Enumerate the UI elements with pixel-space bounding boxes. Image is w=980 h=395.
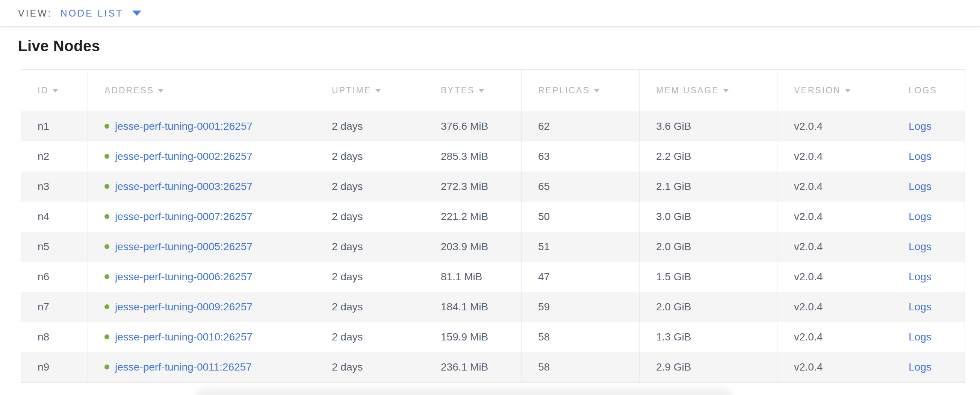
node-logs-cell: Logs <box>892 171 965 201</box>
sort-caret-icon <box>52 89 58 93</box>
column-header-label: LOGS <box>908 85 937 95</box>
logs-link[interactable]: Logs <box>908 271 932 283</box>
node-version-cell: v2.0.4 <box>778 292 892 322</box>
node-version-cell: v2.0.4 <box>778 141 892 171</box>
node-address-link[interactable]: jesse-perf-tuning-0007:26257 <box>115 211 253 223</box>
column-header-mem[interactable]: MEM USAGE <box>640 70 778 111</box>
node-row-n9: n9jesse-perf-tuning-0011:262572 days236.… <box>21 352 965 382</box>
node-replicas-cell: 58 <box>522 322 640 352</box>
node-address-cell: jesse-perf-tuning-0011:26257 <box>88 352 315 382</box>
node-version-cell: v2.0.4 <box>778 232 892 262</box>
node-address-link[interactable]: jesse-perf-tuning-0006:26257 <box>115 271 253 283</box>
sort-caret-icon <box>158 89 164 93</box>
node-id-cell: n8 <box>21 322 88 352</box>
node-bytes-cell: 184.1 MiB <box>424 292 522 322</box>
node-address-cell: jesse-perf-tuning-0001:26257 <box>88 111 315 141</box>
node-mem-usage-cell: 2.1 GiB <box>640 171 778 201</box>
node-mem-usage-cell: 3.6 GiB <box>640 111 778 141</box>
node-replicas-cell: 47 <box>522 262 640 292</box>
column-header-uptime[interactable]: UPTIME <box>315 70 424 111</box>
node-uptime-cell: 2 days <box>315 201 424 232</box>
sort-caret-icon <box>375 89 381 93</box>
logs-link[interactable]: Logs <box>908 241 932 253</box>
node-address-link[interactable]: jesse-perf-tuning-0003:26257 <box>115 181 253 193</box>
column-header-label: VERSION <box>794 85 841 95</box>
node-bytes-cell: 203.9 MiB <box>424 232 522 262</box>
node-mem-usage-cell: 2.2 GiB <box>640 141 778 171</box>
logs-link[interactable]: Logs <box>908 120 932 132</box>
table-header: IDADDRESSUPTIMEBYTESREPLICASMEM USAGEVER… <box>21 70 965 111</box>
node-uptime-cell: 2 days <box>315 232 424 262</box>
node-bytes-cell: 272.3 MiB <box>424 171 522 201</box>
column-header-version[interactable]: VERSION <box>778 70 892 111</box>
node-address-link[interactable]: jesse-perf-tuning-0005:26257 <box>115 241 253 253</box>
logs-link[interactable]: Logs <box>908 301 932 313</box>
node-mem-usage-cell: 2.0 GiB <box>640 292 778 322</box>
view-selector-dropdown[interactable]: NODE LIST <box>60 8 141 19</box>
node-id-cell: n1 <box>21 111 88 141</box>
live-nodes-table-container: IDADDRESSUPTIMEBYTESREPLICASMEM USAGEVER… <box>21 69 965 382</box>
node-mem-usage-cell: 2.0 GiB <box>640 232 778 262</box>
node-version-cell: v2.0.4 <box>778 352 892 382</box>
logs-link[interactable]: Logs <box>908 150 932 162</box>
node-row-n6: n6jesse-perf-tuning-0006:262572 days81.1… <box>21 262 965 292</box>
column-header-id[interactable]: ID <box>21 70 88 111</box>
node-address-link[interactable]: jesse-perf-tuning-0009:26257 <box>115 301 253 313</box>
node-address-link[interactable]: jesse-perf-tuning-0002:26257 <box>115 150 253 163</box>
node-logs-cell: Logs <box>892 111 965 141</box>
node-id-cell: n3 <box>21 171 88 201</box>
node-version-cell: v2.0.4 <box>778 201 892 232</box>
column-header-address[interactable]: ADDRESS <box>88 70 315 111</box>
logs-link[interactable]: Logs <box>908 211 932 222</box>
node-address-link[interactable]: jesse-perf-tuning-0010:26257 <box>115 331 253 343</box>
page-title: Live Nodes <box>18 37 980 55</box>
live-status-dot-icon <box>105 334 109 339</box>
column-header-label: MEM USAGE <box>656 85 719 95</box>
logs-link[interactable]: Logs <box>908 331 932 343</box>
node-address-link[interactable]: jesse-perf-tuning-0011:26257 <box>115 361 252 373</box>
node-mem-usage-cell: 2.9 GiB <box>640 352 778 382</box>
node-address-cell: jesse-perf-tuning-0010:26257 <box>88 322 315 352</box>
live-status-dot-icon <box>105 124 109 129</box>
node-uptime-cell: 2 days <box>315 141 424 171</box>
node-bytes-cell: 81.1 MiB <box>424 262 522 292</box>
node-version-cell: v2.0.4 <box>778 111 892 141</box>
node-row-n3: n3jesse-perf-tuning-0003:262572 days272.… <box>21 171 965 201</box>
node-replicas-cell: 58 <box>522 352 640 382</box>
node-logs-cell: Logs <box>892 262 965 292</box>
live-status-dot-icon <box>105 214 109 219</box>
node-address-cell: jesse-perf-tuning-0005:26257 <box>88 232 315 262</box>
node-row-n4: n4jesse-perf-tuning-0007:262572 days221.… <box>21 201 965 232</box>
node-bytes-cell: 236.1 MiB <box>424 352 522 382</box>
column-header-label: UPTIME <box>332 85 371 95</box>
sort-caret-icon <box>479 89 484 93</box>
node-mem-usage-cell: 3.0 GiB <box>640 201 778 232</box>
node-id-cell: n2 <box>21 141 88 171</box>
live-status-dot-icon <box>105 304 109 309</box>
logs-link[interactable]: Logs <box>908 361 932 373</box>
column-header-bytes[interactable]: BYTES <box>424 70 522 111</box>
next-section-shadow <box>196 388 733 395</box>
node-bytes-cell: 285.3 MiB <box>424 141 522 171</box>
node-id-cell: n9 <box>21 352 88 382</box>
node-replicas-cell: 51 <box>522 232 640 262</box>
node-bytes-cell: 159.9 MiB <box>424 322 522 352</box>
column-header-label: ADDRESS <box>105 85 154 95</box>
node-logs-cell: Logs <box>892 292 965 322</box>
logs-link[interactable]: Logs <box>908 181 932 192</box>
node-address-cell: jesse-perf-tuning-0007:26257 <box>88 201 315 232</box>
sort-caret-icon <box>845 89 850 93</box>
node-replicas-cell: 63 <box>522 141 640 171</box>
column-header-label: BYTES <box>441 85 475 95</box>
node-replicas-cell: 62 <box>522 111 640 141</box>
column-header-label: ID <box>38 85 48 95</box>
node-logs-cell: Logs <box>892 201 965 232</box>
sort-caret-icon <box>723 89 729 93</box>
node-address-cell: jesse-perf-tuning-0002:26257 <box>88 141 315 171</box>
node-address-link[interactable]: jesse-perf-tuning-0001:26257 <box>115 120 253 133</box>
node-row-n1: n1jesse-perf-tuning-0001:262572 days376.… <box>21 111 965 141</box>
node-id-cell: n4 <box>21 201 88 232</box>
node-mem-usage-cell: 1.3 GiB <box>640 322 778 352</box>
column-header-replicas[interactable]: REPLICAS <box>522 70 640 111</box>
node-id-cell: n7 <box>21 292 88 322</box>
